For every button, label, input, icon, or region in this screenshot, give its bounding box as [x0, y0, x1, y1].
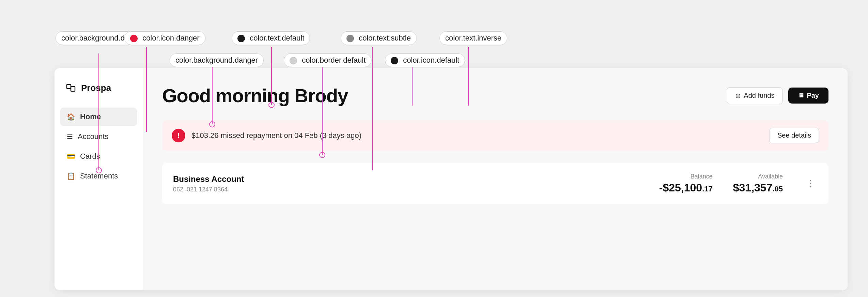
border-default-dot [290, 57, 297, 64]
available-group: Available $31,357.05 [733, 173, 783, 194]
sidebar: Prospa 🏠 Home ☰ Accounts 💳 Cards 📋 State… [55, 68, 143, 290]
icon-default-dot [391, 57, 398, 64]
home-icon: 🏠 [67, 113, 75, 121]
alert-danger-icon: ! [172, 129, 185, 142]
sidebar-nav: 🏠 Home ☰ Accounts 💳 Cards 📋 Statements [55, 108, 143, 187]
text-subtle-dot [346, 35, 354, 42]
available-value: $31,357.05 [733, 182, 783, 194]
sidebar-item-home-label: Home [80, 112, 101, 121]
balance-label: Balance [659, 173, 713, 180]
accounts-icon: ☰ [67, 132, 73, 141]
main-content: Good morning Brody ⊕ Add funds 🖥 Pay ! $… [143, 68, 848, 290]
logo-text: Prospa [81, 83, 111, 93]
text-default-dot [237, 35, 245, 42]
annotation-label-text-inverse: color.text.inverse [439, 31, 507, 45]
svg-rect-13 [71, 87, 75, 91]
sidebar-item-accounts-label: Accounts [78, 132, 109, 141]
account-card: Business Account 062–021 1247 8364 Balan… [162, 163, 828, 204]
statements-icon: 📋 [67, 172, 75, 180]
account-figures: Balance -$25,100.17 Available $31,357.05… [659, 173, 818, 194]
account-info: Business Account 062–021 1247 8364 [173, 174, 244, 193]
annotation-label-background-danger: color.background.danger [170, 53, 264, 67]
balance-cents: .17 [702, 185, 713, 193]
main-header: Good morning Brody ⊕ Add funds 🖥 Pay [162, 84, 828, 107]
alert-banner: ! $103.26 missed repayment on 04 Feb (3 … [162, 120, 828, 151]
alert-left: ! $103.26 missed repayment on 04 Feb (3 … [172, 129, 361, 142]
header-actions: ⊕ Add funds 🖥 Pay [727, 87, 828, 104]
pay-card-icon: 🖥 [798, 92, 804, 99]
available-cents: .05 [772, 185, 783, 193]
annotation-label-icon-default: color.icon.default [385, 53, 465, 67]
cards-icon: 💳 [67, 152, 75, 160]
prospa-logo-icon [65, 82, 78, 94]
sidebar-item-statements-label: Statements [80, 172, 118, 181]
available-main: $31,357 [733, 182, 773, 194]
annotation-label-border-default: color.border.default [284, 53, 371, 67]
alert-message: $103.26 missed repayment on 04 Feb (3 da… [191, 131, 361, 140]
sidebar-logo: Prospa [55, 82, 143, 108]
add-funds-label: Add funds [744, 92, 774, 99]
more-options-button[interactable]: ⋮ [803, 177, 818, 190]
account-number: 062–021 1247 8364 [173, 186, 244, 193]
see-details-button[interactable]: See details [770, 128, 819, 143]
sidebar-item-home[interactable]: 🏠 Home [60, 108, 137, 126]
app-container: Prospa 🏠 Home ☰ Accounts 💳 Cards 📋 State… [55, 68, 848, 290]
balance-main: -$25,100 [659, 182, 702, 194]
annotation-label-text-default: color.text.default [232, 31, 310, 45]
pay-label: Pay [807, 92, 819, 99]
add-funds-button[interactable]: ⊕ Add funds [727, 87, 783, 104]
sidebar-item-accounts[interactable]: ☰ Accounts [60, 127, 137, 146]
annotation-label-text-subtle: color.text.subtle [341, 31, 417, 45]
sidebar-item-cards-label: Cards [80, 152, 100, 161]
balance-value: -$25,100.17 [659, 182, 713, 194]
balance-group: Balance -$25,100.17 [659, 173, 713, 194]
svg-rect-12 [67, 84, 71, 89]
sidebar-item-statements[interactable]: 📋 Statements [60, 167, 137, 185]
icon-danger-dot [130, 35, 138, 42]
pay-button[interactable]: 🖥 Pay [788, 88, 828, 104]
annotation-label-icon-danger: color.icon.danger [124, 31, 205, 45]
available-label: Available [733, 173, 783, 180]
account-name: Business Account [173, 174, 244, 184]
add-funds-plus-icon: ⊕ [735, 92, 741, 100]
sidebar-item-cards[interactable]: 💳 Cards [60, 147, 137, 166]
greeting-heading: Good morning Brody [162, 84, 348, 107]
